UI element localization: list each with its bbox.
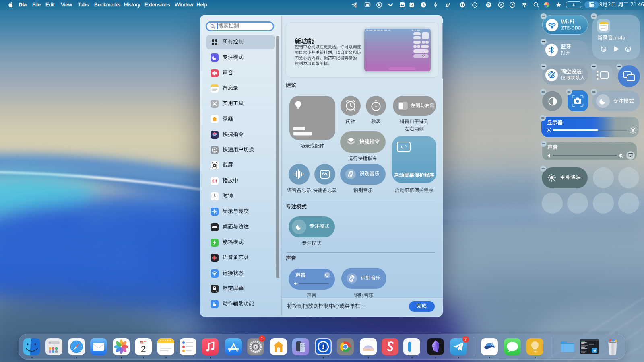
svg-text:B: B (446, 2, 449, 8)
svg-text:15: 15 (627, 49, 630, 51)
svg-text:P: P (487, 3, 490, 7)
svg-text:15: 15 (602, 49, 605, 51)
svg-text:2: 2 (141, 344, 146, 354)
